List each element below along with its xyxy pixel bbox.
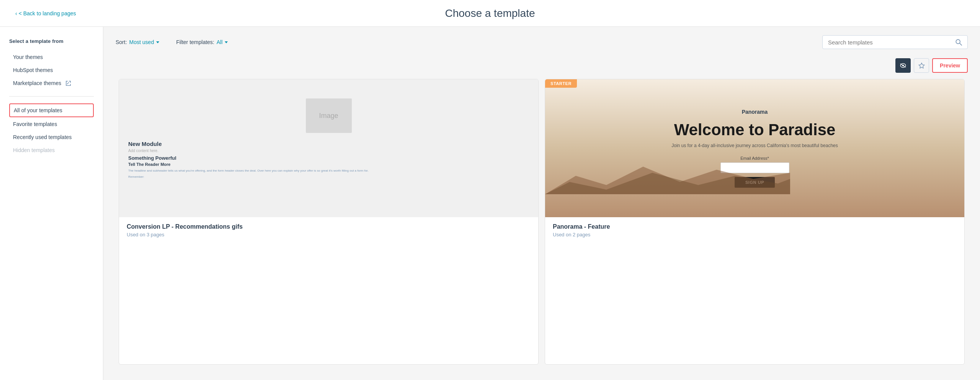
sidebar-item-recently-used[interactable]: Recently used templates [9, 131, 94, 143]
header: ‹ < Back to landing pages Choose a templ… [0, 0, 980, 27]
new-module-heading: New Module [128, 141, 529, 147]
back-link[interactable]: ‹ < Back to landing pages [15, 10, 76, 16]
search-box[interactable] [822, 35, 968, 49]
template-card-footer-panorama: Panorama - Feature Used on 2 pages [545, 217, 964, 244]
sort-chevron-icon [156, 41, 159, 43]
sort-value: Most used [129, 39, 154, 45]
external-link-icon [66, 81, 71, 86]
something-powerful-heading: Something Powerful [128, 155, 529, 161]
panorama-email-input-mock [720, 162, 789, 173]
sidebar-divider [9, 96, 94, 97]
page-title: Choose a template [445, 7, 535, 20]
all-templates-label: All of your templates [14, 107, 62, 113]
template-grid: Image New Module Add content here. Somet… [103, 76, 980, 380]
filter-dropdown[interactable]: All [217, 39, 228, 45]
recently-used-label: Recently used templates [13, 134, 72, 140]
image-placeholder-label: Image [319, 112, 338, 120]
preview-button[interactable]: Preview [932, 58, 968, 73]
panorama-theme-name: Panorama [742, 109, 768, 115]
hide-preview-button[interactable] [895, 58, 911, 73]
back-link-label: < Back to landing pages [19, 10, 76, 16]
sidebar-item-all-templates[interactable]: All of your templates [9, 103, 94, 117]
panorama-preview: STARTER Panorama Welcome to Paradise Joi… [545, 79, 964, 217]
template-card-footer-conversion-lp: Conversion LP - Recommendations gifs Use… [119, 217, 538, 244]
template-card-conversion-lp[interactable]: Image New Module Add content here. Somet… [119, 79, 539, 365]
sidebar-item-marketplace-themes[interactable]: Marketplace themes [9, 77, 94, 89]
sort-control: Sort: Most used Filter templates: All [116, 39, 228, 45]
add-content-text: Add content here. [128, 149, 529, 153]
starter-badge: STARTER [545, 79, 577, 88]
preview-toolbar: Preview [103, 55, 980, 76]
sort-label: Sort: [116, 39, 127, 45]
back-arrow-icon: ‹ [15, 10, 17, 16]
template-usage-panorama: Used on 2 pages [553, 232, 957, 238]
hidden-templates-label: Hidden templates [13, 147, 55, 153]
preview-button-label: Preview [940, 62, 960, 69]
sidebar-item-hubspot-themes[interactable]: HubSpot themes [9, 64, 94, 76]
template-preview-conversion-lp: Image New Module Add content here. Somet… [119, 79, 538, 217]
filter-chevron-icon [225, 41, 228, 43]
image-placeholder: Image [306, 98, 352, 133]
search-icon [955, 39, 962, 46]
filter-label: Filter templates: [176, 39, 214, 45]
template-card-panorama[interactable]: STARTER Panorama Welcome to Paradise Joi… [545, 79, 965, 365]
card-content-mock: New Module Add content here. Something P… [128, 141, 529, 181]
body-text: The headline and subheader tells us what… [128, 169, 529, 173]
sidebar-section-label: Select a template from [9, 38, 94, 44]
sidebar-item-your-themes[interactable]: Your themes [9, 51, 94, 63]
sort-dropdown[interactable]: Most used [129, 39, 160, 45]
your-themes-label: Your themes [13, 54, 43, 60]
panorama-hero-sub: Join us for a 4-day all-inclusive journe… [671, 143, 838, 148]
svg-point-0 [956, 39, 960, 44]
template-name-panorama: Panorama - Feature [553, 223, 957, 230]
main-layout: Select a template from Your themes HubSp… [0, 27, 980, 380]
favorite-templates-label: Favorite templates [13, 121, 57, 127]
sidebar-item-hidden-templates: Hidden templates [9, 144, 94, 156]
panorama-signup-btn: SIGN UP [735, 177, 775, 188]
panorama-email-label: Email Address* [740, 156, 769, 161]
svg-line-1 [960, 43, 962, 45]
marketplace-themes-label: Marketplace themes [13, 80, 61, 86]
tell-reader-heading: Tell The Reader More [128, 162, 529, 167]
filter-value: All [217, 39, 223, 45]
template-usage-conversion-lp: Used on 3 pages [127, 232, 531, 238]
panorama-hero-title: Welcome to Paradise [674, 121, 836, 139]
main-content: Sort: Most used Filter templates: All [103, 27, 980, 380]
remember-text: Remember: [128, 175, 529, 179]
main-top-bar: Sort: Most used Filter templates: All [103, 27, 980, 55]
panorama-form: Email Address* SIGN UP [720, 156, 789, 188]
sidebar: Select a template from Your themes HubSp… [0, 27, 103, 380]
sidebar-item-favorite-templates[interactable]: Favorite templates [9, 118, 94, 130]
search-input[interactable] [828, 39, 955, 46]
template-name-conversion-lp: Conversion LP - Recommendations gifs [127, 223, 531, 230]
hubspot-themes-label: HubSpot themes [13, 67, 53, 73]
favorite-button[interactable] [914, 58, 929, 73]
